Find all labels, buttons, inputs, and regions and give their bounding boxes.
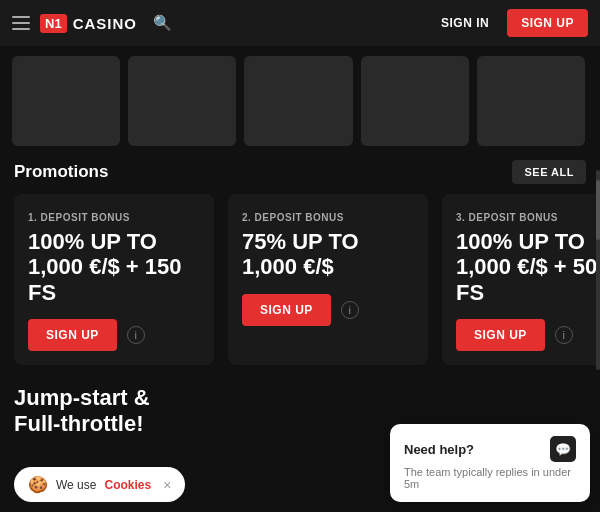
cookie-link[interactable]: Cookies — [104, 478, 151, 492]
info-icon-2[interactable]: i — [341, 301, 359, 319]
promotions-header: Promotions SEE ALL — [0, 156, 600, 194]
cookie-bar: 🍪 We use Cookies × — [14, 467, 185, 502]
signin-button[interactable]: SIGN IN — [431, 10, 499, 36]
cookie-close-button[interactable]: × — [163, 477, 171, 493]
promo-amount-1: 100% UP TO1,000 €/$ + 150 FS — [28, 229, 200, 305]
promo-card-2: 2. DEPOSIT BONUS 75% UP TO1,000 €/$ SIGN… — [228, 194, 428, 365]
promo-card-bottom-1: SIGN UP i — [28, 319, 200, 351]
chat-widget: Need help? 💬 The team typically replies … — [390, 424, 590, 502]
search-icon[interactable]: 🔍 — [153, 14, 172, 32]
see-all-button[interactable]: SEE ALL — [512, 160, 586, 184]
signup-promo-button-3[interactable]: SIGN UP — [456, 319, 545, 351]
header: N1 CASINO 🔍 SIGN IN SIGN UP — [0, 0, 600, 46]
promo-deposit-label-2: 2. DEPOSIT BONUS — [242, 212, 414, 223]
chat-icon[interactable]: 💬 — [550, 436, 576, 462]
chat-title: Need help? — [404, 442, 474, 457]
logo-n1: N1 — [40, 14, 67, 33]
signup-promo-button-2[interactable]: SIGN UP — [242, 294, 331, 326]
signup-header-button[interactable]: SIGN UP — [507, 9, 588, 37]
carousel-card-5[interactable] — [477, 56, 585, 146]
promo-amount-3: 100% UP TO1,000 €/$ + 50 FS — [456, 229, 600, 305]
chat-subtitle: The team typically replies in under 5m — [404, 466, 576, 490]
logo-casino: CASINO — [73, 15, 137, 32]
logo: N1 CASINO — [40, 14, 137, 33]
carousel-card-4[interactable] — [361, 56, 469, 146]
promo-card-1: 1. DEPOSIT BONUS 100% UP TO1,000 €/$ + 1… — [14, 194, 214, 365]
carousel-card-1[interactable] — [12, 56, 120, 146]
promo-card-3: 3. DEPOSIT BONUS 100% UP TO1,000 €/$ + 5… — [442, 194, 600, 365]
promo-card-bottom-3: SIGN UP i — [456, 319, 600, 351]
scroll-thumb[interactable] — [596, 180, 600, 240]
menu-icon[interactable] — [12, 16, 30, 30]
chat-header-row: Need help? 💬 — [404, 436, 576, 462]
promo-amount-2: 75% UP TO1,000 €/$ — [242, 229, 414, 280]
promo-deposit-label-3: 3. DEPOSIT BONUS — [456, 212, 600, 223]
promo-cards: 1. DEPOSIT BONUS 100% UP TO1,000 €/$ + 1… — [0, 194, 600, 365]
carousel-card-3[interactable] — [244, 56, 352, 146]
cookie-text: We use — [56, 478, 96, 492]
promo-deposit-label-1: 1. DEPOSIT BONUS — [28, 212, 200, 223]
promo-card-bottom-2: SIGN UP i — [242, 294, 414, 326]
carousel-card-2[interactable] — [128, 56, 236, 146]
cookie-icon: 🍪 — [28, 475, 48, 494]
header-actions: SIGN IN SIGN UP — [431, 9, 588, 37]
promotions-title: Promotions — [14, 162, 108, 182]
scroll-track[interactable] — [596, 170, 600, 370]
info-icon-3[interactable]: i — [555, 326, 573, 344]
carousel-strip — [0, 46, 600, 156]
signup-promo-button-1[interactable]: SIGN UP — [28, 319, 117, 351]
info-icon-1[interactable]: i — [127, 326, 145, 344]
